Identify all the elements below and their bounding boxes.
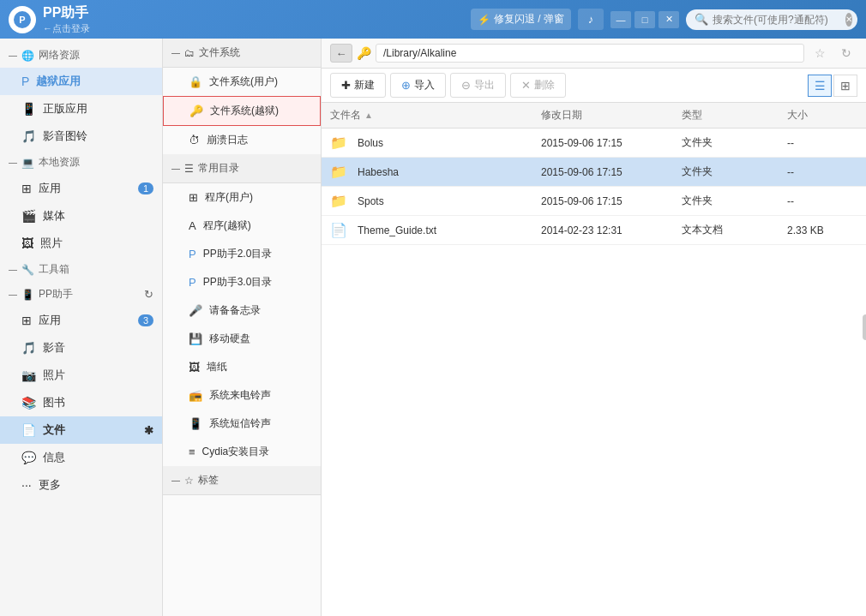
col-type-header[interactable]: 类型 <box>682 108 787 123</box>
search-box: 🔍 ✕ <box>686 9 857 30</box>
music-icon[interactable]: ♪ <box>578 9 604 30</box>
middle-backup[interactable]: 🎤 请备备志录 <box>163 296 321 325</box>
middle-cydia[interactable]: ≡ Cydia安装目录 <box>163 438 321 466</box>
middle-fs-user[interactable]: 🔒 文件系统(用户) <box>163 68 321 96</box>
local-icon: 💻 <box>21 157 34 169</box>
table-row[interactable]: 📁 Bolus 2015-09-06 17:15 文件夹 -- <box>322 129 866 158</box>
table-row[interactable]: 📁 Habesha 2015-09-06 17:15 文件夹 -- <box>322 158 866 187</box>
col-date-header[interactable]: 修改日期 <box>541 108 682 123</box>
refresh-button[interactable]: ↻ <box>835 44 857 63</box>
collapse-common-icon: — <box>171 164 180 173</box>
new-button[interactable]: ✚ 新建 <box>330 73 386 98</box>
file-icon: 📄 <box>330 222 347 238</box>
sidebar-item-photo[interactable]: 🖼 照片 <box>0 230 162 257</box>
sidebar-item-ringtone[interactable]: 🎵 影音图铃 <box>0 123 162 150</box>
middle-usb[interactable]: 💾 移动硬盘 <box>163 325 321 353</box>
sidebar-section-network[interactable]: — 🌐 网络资源 <box>0 43 162 68</box>
close-button[interactable]: ✕ <box>659 11 679 28</box>
login-hint[interactable]: ←点击登录 <box>43 22 90 35</box>
collapse-network-icon: — <box>9 51 17 60</box>
pp-refresh-icon[interactable]: ↻ <box>144 288 153 301</box>
cydia-icon: ≡ <box>189 446 195 458</box>
middle-prog-jail[interactable]: A 程序(越狱) <box>163 212 321 240</box>
star-button[interactable]: ☆ <box>809 44 831 63</box>
new-label: 新建 <box>354 78 375 93</box>
file-active-icon: ✱ <box>144 424 153 437</box>
path-input[interactable] <box>376 44 804 63</box>
middle-tags-header[interactable]: — ☆ 标签 <box>163 466 321 495</box>
sidebar-item-pp-more[interactable]: ··· 更多 <box>0 471 162 499</box>
middle-fs-jail[interactable]: 🔑 文件系统(越狱) <box>163 96 321 126</box>
sidebar-item-official-app[interactable]: 📱 正版应用 <box>0 95 162 123</box>
title-left: P PP助手 ←点击登录 <box>9 4 471 35</box>
middle-pp3-dir[interactable]: P PP助手3.0目录 <box>163 268 321 296</box>
sidebar-item-app[interactable]: ⊞ 应用 1 <box>0 175 162 202</box>
table-row[interactable]: 📄 Theme_Guide.txt 2014-02-23 12:31 文本文档 … <box>322 216 866 245</box>
export-button[interactable]: ⊖ 导出 <box>450 73 506 98</box>
photo-icon: 🖼 <box>21 236 33 250</box>
middle-crash-log[interactable]: ⏱ 崩溃日志 <box>163 126 321 154</box>
sms-label: 系统短信铃声 <box>209 416 271 431</box>
col-size-label: 大小 <box>787 109 808 121</box>
col-type-label: 类型 <box>682 109 702 121</box>
import-icon: ⊕ <box>401 79 411 92</box>
sidebar-item-pp-audio[interactable]: 🎵 影音 <box>0 334 162 362</box>
file-size-cell: -- <box>787 137 857 149</box>
table-row[interactable]: 📁 Spots 2015-09-06 17:15 文件夹 -- <box>322 187 866 216</box>
col-date-label: 修改日期 <box>541 109 582 121</box>
minimize-button[interactable]: — <box>610 11 631 28</box>
prog-jail-icon: A <box>189 219 196 232</box>
back-button[interactable]: ← <box>330 44 352 63</box>
sidebar-item-pp-file[interactable]: 📄 文件 ✱ <box>0 416 162 444</box>
file-date-cell: 2015-09-06 17:15 <box>541 166 682 178</box>
usb-icon: 💾 <box>189 332 202 345</box>
col-name-header[interactable]: 文件名 ▲ <box>330 108 541 123</box>
file-name-cell: 📁 Spots <box>330 193 541 209</box>
middle-sms[interactable]: 📱 系统短信铃声 <box>163 410 321 438</box>
path-bar: ← 🔑 ☆ ↻ <box>322 39 866 69</box>
local-header-label: 本地资源 <box>39 155 80 170</box>
ringtone-icon: 🎵 <box>21 129 36 143</box>
ringtone-sys-label: 系统来电铃声 <box>209 388 271 403</box>
file-type-cell: 文件夹 <box>682 135 787 150</box>
pp-photo-icon: 📷 <box>21 368 36 382</box>
sort-icon: ▲ <box>364 111 373 120</box>
prog-user-label: 程序(用户) <box>205 190 253 205</box>
sidebar-section-local[interactable]: — 💻 本地资源 <box>0 150 162 175</box>
sidebar-item-jailbreak-app[interactable]: P 越狱应用 <box>0 68 162 95</box>
delete-button[interactable]: ✕ 删除 <box>510 73 566 98</box>
sidebar-item-pp-app[interactable]: ⊞ 应用 3 <box>0 307 162 334</box>
titlebar: P PP助手 ←点击登录 ⚡ 修复闪退 / 弹窗 ♪ — □ ✕ 🔍 ✕ <box>0 0 866 39</box>
col-size-header[interactable]: 大小 <box>787 108 857 123</box>
pp-audio-label: 影音 <box>43 340 65 356</box>
sidebar-section-pp[interactable]: — 📱 PP助手 ↻ <box>0 282 162 307</box>
middle-pp2-dir[interactable]: P PP助手2.0目录 <box>163 240 321 268</box>
middle-fs-header[interactable]: — 🗂 文件系统 <box>163 39 321 68</box>
folder-icon: 📁 <box>330 135 347 151</box>
middle-wallpaper[interactable]: 🖼 墙纸 <box>163 353 321 381</box>
search-input[interactable] <box>713 14 841 26</box>
title-right: ⚡ 修复闪退 / 弹窗 ♪ — □ ✕ 🔍 ✕ <box>471 9 857 30</box>
sidebar-item-pp-photo[interactable]: 📷 照片 <box>0 362 162 389</box>
backup-label: 请备备志录 <box>209 303 261 318</box>
sidebar-item-pp-message[interactable]: 💬 信息 <box>0 444 162 471</box>
list-view-button[interactable]: ☰ <box>808 75 832 97</box>
common-header-label: 常用目录 <box>198 161 239 176</box>
official-icon: 📱 <box>21 102 36 116</box>
import-button[interactable]: ⊕ 导入 <box>390 73 446 98</box>
sidebar-section-toolbox[interactable]: — 🔧 工具箱 <box>0 257 162 282</box>
middle-ringtone[interactable]: 📻 系统来电铃声 <box>163 381 321 410</box>
flash-close-btn[interactable]: ⚡ 修复闪退 / 弹窗 <box>471 9 571 30</box>
sidebar-item-pp-book[interactable]: 📚 图书 <box>0 389 162 416</box>
sidebar-item-media[interactable]: 🎬 媒体 <box>0 202 162 230</box>
file-table: 文件名 ▲ 修改日期 类型 大小 📁 Bolus 2015-09-06 17:1… <box>322 103 866 616</box>
ringtone-label: 影音图铃 <box>43 129 87 144</box>
network-icon: 🌐 <box>21 50 34 62</box>
search-clear-button[interactable]: ✕ <box>845 13 852 27</box>
middle-common-header[interactable]: — ☰ 常用目录 <box>163 154 321 183</box>
maximize-button[interactable]: □ <box>634 11 655 28</box>
prog-jail-label: 程序(越狱) <box>203 218 251 233</box>
middle-prog-user[interactable]: ⊞ 程序(用户) <box>163 183 321 212</box>
grid-view-button[interactable]: ⊞ <box>833 75 857 97</box>
tags-header-label: 标签 <box>198 473 219 487</box>
